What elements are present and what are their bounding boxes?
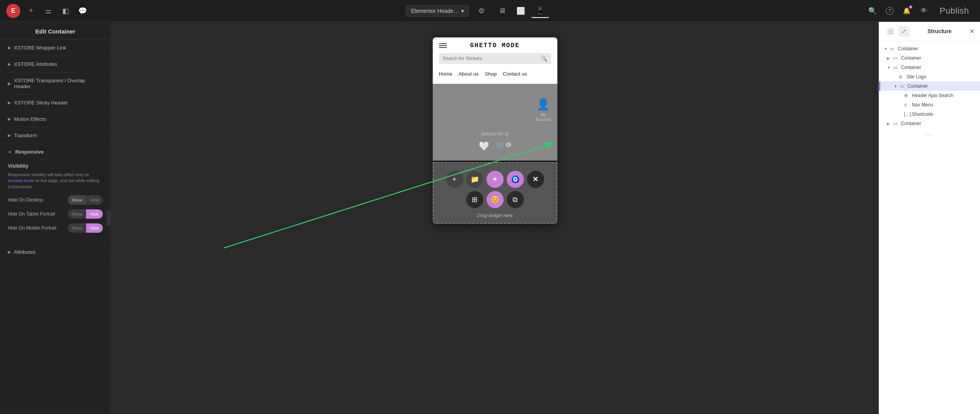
hide-option[interactable]: Hide — [86, 195, 103, 205]
settings-icon[interactable]: ⚌ — [42, 5, 55, 17]
tree-item-container-last[interactable]: ▶ ▭ Container — [879, 119, 980, 128]
responsive-body: Visibility Responsive visibility will ta… — [0, 160, 111, 244]
page-settings-icon[interactable]: ⚙ — [475, 5, 488, 17]
accordion-header-attributes[interactable]: ▶ XSTORE Attributes — [0, 56, 111, 72]
tree-label: Container — [901, 55, 921, 61]
visibility-label: Visibility — [8, 163, 103, 169]
nav-item-contact[interactable]: Contact us — [503, 71, 527, 77]
show-option[interactable]: Show — [68, 195, 86, 205]
x-button[interactable]: ✕ — [527, 171, 544, 188]
tree-label: Container — [901, 65, 921, 70]
element-button[interactable]: 🧿 — [507, 171, 524, 188]
tree-arrow-down-icon: ▼ — [894, 84, 898, 88]
add-widget-button[interactable]: + — [446, 171, 463, 188]
hide-desktop-row: Hide On Desktop Show Hide — [8, 195, 103, 205]
nav-item-home[interactable]: Home — [439, 71, 453, 77]
structure-tab-icon[interactable]: ⬜ — [885, 26, 895, 37]
tree-item-shortcode[interactable]: […] Shortcode — [879, 110, 980, 119]
show-option[interactable]: Show — [68, 209, 86, 219]
add-element-button[interactable]: + — [25, 5, 37, 17]
accordion-header-responsive[interactable]: ▼ Responsive — [0, 144, 111, 160]
accordion-header-motion[interactable]: ▶ Motion Effects — [0, 111, 111, 127]
nav-item-shop[interactable]: Shop — [485, 71, 497, 77]
tree-item-container-root[interactable]: ▼ ▭ Container — [879, 44, 980, 53]
tablet-view-button[interactable]: ⬜ — [512, 4, 530, 18]
accordion-header-transform[interactable]: ▶ Transform — [0, 127, 111, 143]
move-button[interactable]: ✦ — [486, 171, 504, 188]
tree-arrow-down-icon: ▼ — [884, 47, 888, 51]
desktop-view-button[interactable]: 🖥 — [494, 4, 510, 18]
phone-body: 👤 MyAccount [woocs sd=1] 🤍 🛒0 — [433, 84, 557, 161]
hide-tablet-toggle[interactable]: Show Hide — [68, 209, 103, 219]
tree-item-container-selected[interactable]: ▼ ▭ Container — [879, 81, 980, 91]
grid-button[interactable]: ⊞ — [466, 191, 483, 208]
shortcode-icon: […] — [904, 111, 910, 117]
tree-more-button[interactable]: ··· — [879, 128, 980, 142]
chevron-right-icon: ▶ — [8, 133, 11, 138]
tree-label: Shortcode — [912, 111, 933, 117]
chevron-right-icon: ▶ — [8, 81, 11, 86]
tree-arrow-right-icon: ▶ — [887, 56, 892, 60]
emoji-button[interactable]: 😊 — [486, 191, 504, 208]
elementor-logo[interactable]: E — [6, 4, 20, 18]
tree-label: Container — [908, 83, 928, 89]
tree-item-nav-menu[interactable]: ≡ Nav Menu — [879, 100, 980, 110]
tree-label: Container — [898, 46, 918, 51]
folder-button[interactable]: 📁 — [466, 171, 483, 188]
site-logo-text: GHETTO MODE — [470, 42, 520, 49]
hide-desktop-label: Hide On Desktop — [8, 197, 43, 203]
notifications-button[interactable]: 🔔 — [901, 5, 913, 17]
accordion-header-wrapper-link[interactable]: ▶ XSTORE Wrapper Link — [0, 40, 111, 56]
hide-mobile-toggle[interactable]: Show Hide — [68, 223, 103, 233]
tree-arrow-down-icon: ▼ — [887, 65, 892, 70]
hamburger-menu[interactable] — [439, 43, 447, 48]
cart-badge: 0 — [506, 142, 511, 147]
account-icon: 👤 — [536, 98, 550, 111]
copy-button[interactable]: ⧉ — [507, 191, 524, 208]
tree-item-container-1[interactable]: ▶ ▭ Container — [879, 53, 980, 63]
search-button[interactable]: 🔍 — [866, 5, 879, 17]
hide-desktop-toggle[interactable]: Show Hide — [68, 195, 103, 205]
wishlist-icon[interactable]: 🤍 — [479, 141, 489, 151]
chevron-right-icon: ▶ — [8, 117, 11, 122]
search-bar[interactable]: 🔍 — [439, 53, 551, 64]
heart-cart-row: 🤍 🛒0 — [439, 138, 551, 154]
tree-label: Container — [901, 121, 921, 126]
canvas-area: GHETTO MODE 🔍 Home About us Shop Contact… — [111, 22, 879, 414]
tree-item-site-logo[interactable]: ⊖ Site Logo — [879, 72, 980, 81]
structure-tree: ▼ ▭ Container ▶ ▭ Container ▼ ▭ Containe… — [879, 41, 980, 414]
hide-option[interactable]: Hide — [86, 223, 103, 233]
right-panel-header: ⬜ ⤢ Structure ✕ — [879, 22, 980, 41]
woocs-shortcode: [woocs sd=1] — [439, 129, 551, 138]
mobile-view-button[interactable]: 📱 — [531, 4, 549, 18]
container-icon: ▭ — [900, 83, 906, 89]
accordion-wrapper-link: ▶ XSTORE Wrapper Link — [0, 40, 111, 56]
preview-button[interactable]: 👁 — [918, 5, 930, 17]
hide-option[interactable]: Hide — [86, 209, 103, 219]
search-input[interactable] — [443, 56, 538, 61]
tree-label: Site Logo — [906, 74, 926, 80]
accordion-sticky-header: ▶ XSTORE Sticky Header — [0, 95, 111, 111]
nav-item-about[interactable]: About us — [458, 71, 478, 77]
top-bar: E + ⚌ ◧ 💬 Elementor Heade… ▾ ⚙ 🖥 ⬜ 📱 🔍 ?… — [0, 0, 980, 22]
accordion-header-transparent[interactable]: ▶ XSTORE Transparent / Overlap Header — [0, 73, 111, 94]
cart-icon[interactable]: 🛒0 — [495, 141, 511, 151]
show-option[interactable]: Show — [68, 223, 86, 233]
panel-collapse-handle[interactable]: ‹ — [107, 210, 111, 226]
publish-button[interactable]: Publish — [935, 4, 974, 18]
tree-item-container-2[interactable]: ▼ ▭ Container — [879, 63, 980, 72]
phone-top-bar: GHETTO MODE — [439, 42, 551, 49]
preview-mode-link[interactable]: preview mode — [8, 178, 34, 183]
page-selector[interactable]: Elementor Heade… ▾ — [406, 5, 469, 17]
accordion-header-attrs[interactable]: ▶ Attributes — [0, 244, 111, 260]
chat-icon[interactable]: 💬 — [76, 5, 89, 17]
container-icon: ▭ — [893, 55, 899, 61]
help-button[interactable]: ? — [883, 5, 896, 17]
close-panel-button[interactable]: ✕ — [969, 28, 975, 35]
layers-icon[interactable]: ◧ — [59, 5, 72, 17]
chevron-right-icon: ▶ — [8, 45, 11, 50]
search-widget-icon: ⊕ — [904, 93, 910, 98]
accordion-header-sticky[interactable]: ▶ XSTORE Sticky Header — [0, 95, 111, 111]
navigator-tab-icon[interactable]: ⤢ — [899, 26, 909, 37]
tree-item-header-ajax-search[interactable]: ⊕ Header Ajax Search — [879, 91, 980, 100]
